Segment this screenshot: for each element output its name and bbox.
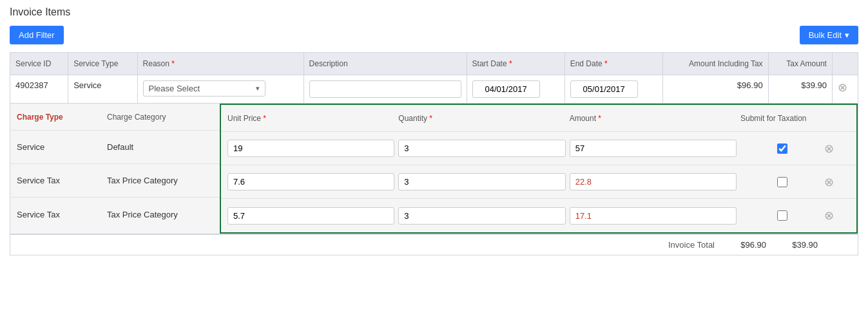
inner-grid-row-1: ⊗ <box>221 132 856 165</box>
charge-type-row-2: Service Tax <box>10 164 101 198</box>
amount-cell-3 <box>570 207 740 225</box>
unit-price-cell-1 <box>227 140 398 157</box>
quantity-cell-3 <box>398 207 569 225</box>
bulk-edit-button[interactable]: Bulk Edit <box>800 26 858 44</box>
submit-taxation-checkbox-2[interactable] <box>777 177 787 187</box>
amount-input-2[interactable] <box>570 173 737 190</box>
col-header-description: Description <box>304 53 467 75</box>
col-header-reason: Reason * <box>137 53 304 75</box>
footer-amount-incl-tax: $96.90 <box>728 240 766 250</box>
submit-taxation-cell-2 <box>740 177 824 187</box>
charge-category-column: Charge Category Default Tax Price Catego… <box>101 104 220 234</box>
table-header-row: Service ID Service Type Reason * Descrip… <box>10 53 858 75</box>
charge-type-column: Charge Type Service Service Tax Service … <box>10 104 101 234</box>
required-indicator: * <box>171 59 175 68</box>
col-header-actions <box>832 53 858 75</box>
required-indicator: * <box>604 59 608 68</box>
quantity-input-3[interactable] <box>398 207 565 225</box>
remove-row-button[interactable]: ⊗ <box>838 80 847 95</box>
charge-type-row-3: Service Tax <box>10 198 101 231</box>
col-header-end-date: End Date * <box>564 53 662 75</box>
unit-price-input-2[interactable] <box>227 173 394 190</box>
amount-cell-2 <box>570 173 740 190</box>
submit-taxation-cell-1 <box>740 143 824 154</box>
amount-header: Amount * <box>570 114 740 123</box>
remove-cell-1: ⊗ <box>824 142 850 156</box>
cell-end-date <box>564 75 662 104</box>
quantity-cell-2 <box>398 173 569 190</box>
chevron-down-icon: ▾ <box>256 84 260 93</box>
footer-row: Invoice Total $96.90 $39.90 <box>10 234 858 255</box>
quantity-input-2[interactable] <box>398 173 565 190</box>
footer-tax-amount: $39.90 <box>779 240 818 250</box>
charge-category-header: Charge Category <box>101 104 220 131</box>
description-input[interactable] <box>309 80 461 98</box>
subgrid-row: Charge Type Service Service Tax Service … <box>10 104 858 234</box>
charge-category-row-1: Default <box>101 131 220 164</box>
reason-select-wrapper[interactable]: Please Select ▾ <box>143 80 265 97</box>
charge-category-row-2: Tax Price Category <box>101 164 220 198</box>
required-indicator: * <box>509 59 512 68</box>
inner-grid-row-3: ⊗ <box>221 199 856 232</box>
cell-service-id: 4902387 <box>10 75 68 104</box>
invoice-row: 4902387 Service Please Select ▾ <box>10 75 858 104</box>
invoice-table: Service ID Service Type Reason * Descrip… <box>10 52 858 255</box>
col-header-start-date: Start Date * <box>467 53 564 75</box>
remove-subrow-button-1[interactable]: ⊗ <box>824 142 834 156</box>
page-title: Invoice Items <box>10 6 858 18</box>
amount-input-3[interactable] <box>570 207 737 225</box>
charge-category-row-3: Tax Price Category <box>101 198 220 231</box>
submit-taxation-checkbox-3[interactable] <box>777 210 787 221</box>
col-header-service-type: Service Type <box>68 53 137 75</box>
invoice-total-footer: Invoice Total $96.90 $39.90 <box>10 234 858 255</box>
page-container: Invoice Items Add Filter Bulk Edit Servi… <box>0 0 868 262</box>
add-filter-button[interactable]: Add Filter <box>10 26 64 44</box>
cell-amount-incl-tax: $96.90 <box>662 75 768 104</box>
remove-cell-2: ⊗ <box>824 175 850 189</box>
quantity-header: Quantity * <box>398 114 569 123</box>
cell-reason: Please Select ▾ <box>137 75 304 104</box>
amount-input-1[interactable] <box>570 140 737 157</box>
cell-tax-amount: $39.90 <box>768 75 832 104</box>
unit-price-cell-3 <box>227 207 398 225</box>
unit-price-header: Unit Price * <box>227 114 398 123</box>
amount-cell-1 <box>570 140 740 157</box>
charge-type-header: Charge Type <box>10 104 101 131</box>
charge-type-row-1: Service <box>10 131 101 164</box>
submit-taxation-header: Submit for Taxation <box>740 114 824 123</box>
reason-select[interactable]: Please Select <box>149 84 256 93</box>
subgrid-inner-box: Unit Price * Quantity * Amount * Submit … <box>220 104 858 234</box>
col-header-service-id: Service ID <box>10 53 68 75</box>
quantity-cell-1 <box>398 140 569 157</box>
end-date-input[interactable] <box>570 80 638 98</box>
start-date-input[interactable] <box>472 80 540 98</box>
cell-remove: ⊗ <box>832 75 858 104</box>
quantity-input-1[interactable] <box>398 140 565 157</box>
cell-service-type: Service <box>68 75 137 104</box>
unit-price-cell-2 <box>227 173 398 190</box>
col-header-amount-incl-tax: Amount Including Tax <box>662 53 768 75</box>
inner-grid-header: Unit Price * Quantity * Amount * Submit … <box>221 105 856 132</box>
submit-taxation-checkbox-1[interactable] <box>777 143 787 154</box>
remove-subrow-button-3[interactable]: ⊗ <box>824 208 834 223</box>
remove-subrow-button-2[interactable]: ⊗ <box>824 175 834 189</box>
cell-start-date <box>467 75 564 104</box>
toolbar: Add Filter Bulk Edit <box>10 26 858 44</box>
col-header-tax-amount: Tax Amount <box>768 53 832 75</box>
remove-cell-3: ⊗ <box>824 208 850 223</box>
subgrid-container-outer: Charge Type Service Service Tax Service … <box>10 104 858 234</box>
unit-price-input-1[interactable] <box>227 140 394 157</box>
inner-grid-row-2: ⊗ <box>221 165 856 199</box>
unit-price-input-3[interactable] <box>227 207 394 225</box>
invoice-total-label: Invoice Total <box>668 240 715 250</box>
submit-taxation-cell-3 <box>740 210 824 221</box>
cell-description <box>304 75 467 104</box>
